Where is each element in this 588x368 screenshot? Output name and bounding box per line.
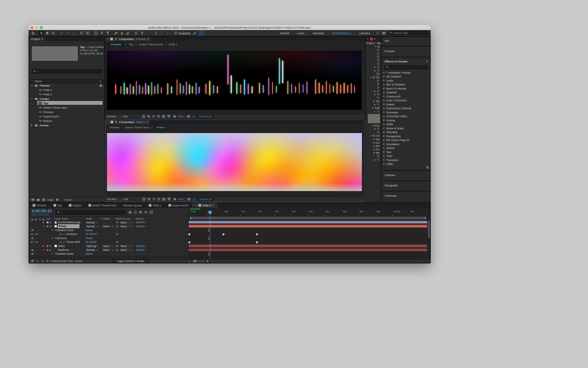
panel-resize-grip-icon[interactable] [426,165,429,170]
collapse-icon[interactable]: ▼ [31,98,33,100]
parent-link-dropdown[interactable]: None⌄ [120,225,133,228]
stretch-value[interactable]: 100.0% [136,248,145,251]
transparency-grid-icon[interactable] [147,115,150,119]
keyframe-diamond[interactable] [256,241,258,243]
collapse-icon[interactable]: ▼ [31,84,33,87]
exposure-shutter-icon[interactable] [173,115,176,119]
home-tool[interactable] [30,31,36,36]
axis-local-tool[interactable] [159,31,164,36]
timeline-search-input[interactable]: ▾ [56,210,126,215]
effect-control-row[interactable] [366,131,381,134]
pickwhip-icon[interactable]: @ [116,221,118,224]
exposure-value[interactable]: +0.0 [178,198,183,201]
expand-icon[interactable]: ▶ [383,135,385,137]
effects-category-keying[interactable]: ▶Keying [382,118,430,122]
motion-blur-icon[interactable] [144,210,148,215]
effects-category-noise-grain[interactable]: ▶Noise & Grain [382,126,430,130]
character-panel-tab[interactable]: Character [382,191,430,202]
fx-badge[interactable]: fx [31,237,34,240]
expand-icon[interactable]: ▶ [383,87,385,89]
composition-mini-flowchart-icon[interactable] [128,210,132,215]
effect-control-row[interactable]: ▶ [366,66,381,69]
panel-menu-icon[interactable]: ≡ [41,37,43,41]
layer-label-color[interactable] [46,225,49,228]
expand-icon[interactable]: ▶ [374,90,376,92]
guides-icon[interactable] [162,115,165,119]
panel-menu-icon[interactable]: ≡ [147,37,149,41]
playhead-line[interactable] [210,215,210,259]
lock-icon[interactable] [114,37,117,41]
stopwatch-icon[interactable] [377,103,380,107]
snapshot-icon[interactable] [187,198,191,201]
parent-link-dropdown[interactable]: None⌄ [120,221,133,224]
eraser-tool[interactable] [125,31,131,36]
effects-category-simulation[interactable]: ▶Simulation [382,142,430,146]
stopwatch-icon[interactable] [377,52,380,55]
project-item-bottom[interactable]: Bottom [29,119,104,123]
close-panel-icon[interactable]: × [367,37,369,41]
vertical-scrollbar[interactable] [428,221,430,238]
property-name[interactable]: Evolution [66,233,77,236]
layer-duration-bar[interactable] [189,244,427,247]
project-search-input[interactable]: ▾ [32,69,102,74]
timeline-zoom-slider[interactable] [192,261,205,262]
fx-row-turbulent-noise[interactable]: fx▼Turbulent NoiseReset [29,228,188,232]
horizontal-scrollbar[interactable] [64,199,72,201]
snap-pointer-icon[interactable] [192,31,197,36]
pickwhip-icon[interactable]: @ [116,245,118,248]
expand-icon[interactable]: ▶ [383,159,385,161]
layer-row--contentmask-png-[interactable]: ▶1[ContentMask.png]Normal⌄@None⌄100.0% [29,221,188,224]
effects-category-cinema-4d[interactable]: ▶Cinema 4D [382,95,430,99]
workspace-tab-libraries[interactable]: Libraries [359,32,370,35]
effect-control-row[interactable]: ▼ [366,110,381,113]
stopwatch-icon[interactable] [377,55,380,59]
magnification-dropdown[interactable]: (78.9%)⌄ [107,115,119,118]
collapse-icon[interactable]: ▼ [51,229,53,231]
trash-icon[interactable] [56,197,59,202]
region-of-interest-icon[interactable] [157,198,161,201]
lock-icon[interactable] [115,120,118,124]
viewer-top-crumb-switch-theme-here[interactable]: Switch Theme here [139,43,163,46]
fx-row-colorama[interactable]: fx▼ColoramaReset [29,236,188,240]
timeline-lane[interactable] [188,221,428,224]
effect-control-row[interactable]: ▶Evo [366,124,381,127]
sort-direction-icon[interactable]: ▼ [99,80,101,83]
project-item-top[interactable]: Top [29,101,104,105]
pan-camera-tool[interactable] [65,31,70,36]
expand-icon[interactable]: ▶ [374,104,376,106]
effects-category--animation-presets[interactable]: ▶* Animation Presets [382,71,430,75]
expand-icon[interactable]: ▶ [383,147,385,149]
puppet-pin-tool[interactable] [139,31,145,36]
timeline-tab-preview[interactable]: Preview [29,203,50,208]
effect-control-row[interactable]: ▶Ma [366,151,381,155]
effects-category-re-vision-plug-ins[interactable]: ▶RE:Vision Plug-ins [382,138,430,142]
magnification-dropdown[interactable]: (78.9%)⌄ [107,198,119,201]
effects-category-channel[interactable]: ▶Channel [382,91,430,95]
viewer-bottom-crumb-pride-2[interactable]: Pride 2 [155,125,168,129]
stopwatch-icon[interactable] [377,86,380,89]
collapse-icon[interactable]: ▼ [370,135,372,137]
effect-name[interactable]: Turbulent Noise [55,229,74,232]
fx-row-turbulent-noise[interactable]: fx▼Turbulent NoiseReset [29,252,188,256]
frame-blending-icon[interactable] [139,210,142,215]
timeline-tab-render-queue[interactable]: Render Queue [120,203,145,208]
stopwatch-icon[interactable] [377,89,380,93]
keyframe-next-icon[interactable]: ▶ [36,233,38,235]
effect-reset-link[interactable]: Reset [86,229,93,232]
stopwatch-icon[interactable] [377,155,380,158]
stopwatch-icon[interactable] [59,233,62,236]
expand-icon[interactable]: ▶ [43,221,44,223]
expand-icon[interactable]: ▶ [374,93,376,96]
zoom-tool[interactable] [50,31,56,36]
effects-category-audio[interactable]: ▶Audio [382,79,430,83]
snapping-checkbox[interactable]: ✓ [174,32,177,34]
mask-visibility-icon[interactable] [152,115,155,119]
layer-name[interactable]: Ramp [58,224,79,228]
keyframe-diamond[interactable] [256,233,258,235]
fx-badge[interactable]: fx [31,252,34,255]
collapse-icon[interactable]: ▼ [51,253,53,255]
panel-menu-icon[interactable]: ≡ [212,204,214,207]
keyframe-next-icon[interactable]: ▶ [36,241,38,243]
project-item-preview[interactable]: Preview [29,110,104,114]
keyframe-add-icon[interactable]: ◇ [34,241,35,243]
